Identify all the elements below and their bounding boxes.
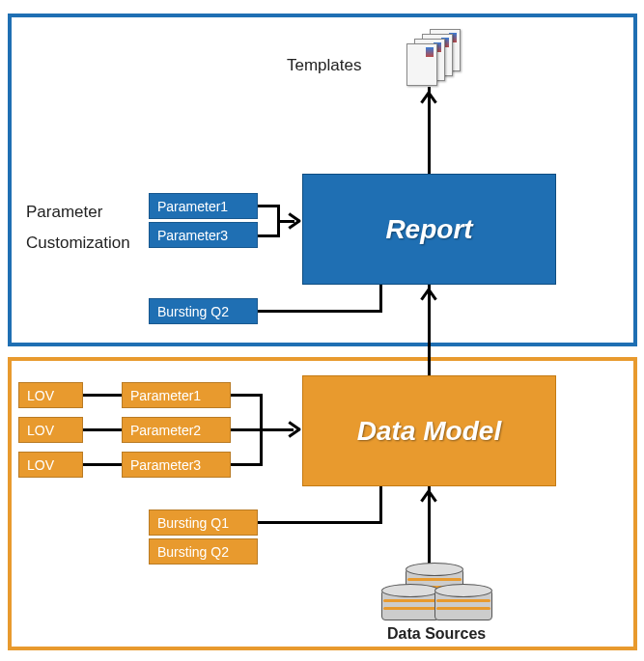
- lov-text: LOV: [27, 388, 54, 403]
- dm-param-text: Parameter1: [130, 388, 201, 403]
- datamodel-title: Data Model: [357, 416, 501, 447]
- connector: [379, 486, 382, 524]
- lov-box: LOV: [18, 417, 83, 443]
- datamodel-box: Data Model: [302, 375, 556, 486]
- database-icon: [434, 584, 492, 620]
- param-custom-label-1: Parameter: [26, 203, 102, 222]
- connector: [258, 521, 381, 524]
- connector: [83, 428, 122, 431]
- report-param-box: Parameter3: [149, 222, 258, 248]
- report-param-text: Parameter1: [157, 199, 228, 214]
- report-bursting-box: Bursting Q2: [149, 298, 258, 324]
- report-title: Report: [385, 214, 472, 245]
- dm-param-box: Parameter1: [122, 382, 231, 408]
- param-custom-label-2: Customization: [26, 234, 130, 253]
- templates-icon: [401, 29, 468, 87]
- report-param-box: Parameter1: [149, 193, 258, 219]
- report-bursting-text: Bursting Q2: [157, 304, 229, 319]
- lov-text: LOV: [27, 423, 54, 438]
- arrowhead-icon: [288, 422, 303, 437]
- lov-box: LOV: [18, 382, 83, 408]
- data-sources-label: Data Sources: [387, 625, 486, 643]
- connector: [231, 463, 260, 466]
- report-param-text: Parameter3: [157, 228, 228, 243]
- dm-param-box: Parameter3: [122, 452, 231, 478]
- connector: [258, 310, 381, 313]
- dm-bursting-text: Bursting Q1: [157, 515, 229, 531]
- arrowhead-icon: [421, 489, 436, 505]
- connector: [231, 428, 294, 431]
- connector: [231, 394, 260, 397]
- report-box: Report: [302, 174, 556, 285]
- connector: [83, 463, 122, 466]
- connector: [379, 285, 382, 313]
- connector: [258, 234, 277, 237]
- arrowhead-icon: [288, 213, 303, 229]
- connector: [83, 394, 122, 397]
- lov-box: LOV: [18, 452, 83, 478]
- templates-label: Templates: [287, 56, 361, 75]
- database-icon: [381, 584, 439, 620]
- dm-bursting-box: Bursting Q1: [149, 510, 258, 536]
- dm-bursting-text: Bursting Q2: [157, 544, 229, 560]
- lov-text: LOV: [27, 457, 54, 473]
- dm-param-text: Parameter2: [130, 423, 201, 438]
- diagram-canvas: Templates Report Parameter Customization…: [0, 0, 644, 661]
- connector: [258, 205, 277, 207]
- arrowhead-icon: [421, 91, 436, 106]
- dm-bursting-box: Bursting Q2: [149, 538, 258, 565]
- dm-param-box: Parameter2: [122, 417, 231, 443]
- dm-param-text: Parameter3: [130, 457, 201, 473]
- arrowhead-icon: [421, 288, 436, 303]
